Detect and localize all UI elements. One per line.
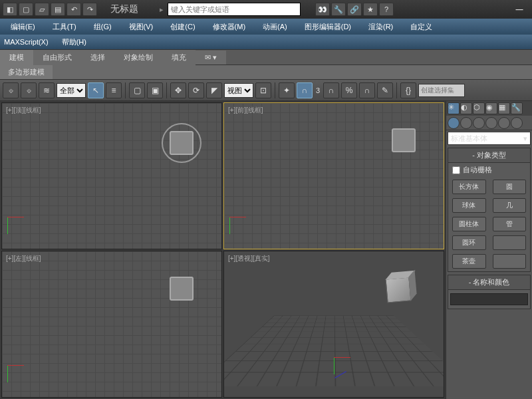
select-name-icon[interactable]: ≡ — [106, 82, 122, 98]
menu-edit[interactable]: 编辑(E) — [4, 21, 42, 33]
menu-render[interactable]: 渲染(R) — [362, 21, 400, 33]
tab-modeling[interactable]: 建模 — [0, 50, 33, 65]
utility-tab-icon[interactable]: 🔧 — [511, 102, 523, 114]
selection-set-input[interactable] — [418, 84, 465, 97]
window-cross-icon[interactable]: ▣ — [147, 82, 163, 98]
binoculars-icon[interactable]: 👀 — [315, 3, 330, 16]
cone-button[interactable]: 圆 — [493, 180, 527, 194]
name-color-rollout: - 名称和颜色 — [448, 275, 531, 309]
autogrid-checkbox[interactable] — [452, 166, 460, 174]
rollout-toggle[interactable]: - — [472, 151, 475, 159]
new-icon[interactable]: ▢ — [19, 3, 33, 16]
star-icon[interactable]: ★ — [363, 3, 378, 16]
tab-select[interactable]: 选择 — [81, 50, 114, 65]
tab-objpaint[interactable]: 对象绘制 — [114, 50, 162, 65]
undo-icon[interactable]: ↶ — [66, 3, 81, 16]
teapot-button[interactable]: 茶壶 — [452, 254, 486, 269]
shapes-icon[interactable] — [460, 117, 472, 129]
axis-gizmo-icon — [7, 365, 34, 392]
viewport-left-label: [+][左][线框] — [6, 254, 41, 263]
menu-group[interactable]: 组(G) — [87, 21, 118, 33]
scale-tool-icon[interactable]: ◤ — [206, 82, 222, 98]
menu-bar: 编辑(E) 工具(T) 组(G) 视图(V) 创建(C) 修改器(M) 动画(A… — [0, 19, 532, 35]
search-input[interactable] — [168, 3, 301, 16]
pyramid-button[interactable] — [493, 235, 527, 250]
bind-tool-icon[interactable]: ≋ — [39, 82, 55, 98]
menu-maxscript[interactable]: MAXScript(X) — [4, 38, 49, 46]
sphere-button[interactable]: 球体 — [452, 198, 486, 213]
named-set-icon[interactable]: {} — [400, 82, 416, 98]
plane-button[interactable] — [493, 254, 527, 269]
menu-graph[interactable]: 图形编辑器(D) — [298, 21, 358, 33]
tab-mail-icon[interactable]: ✉ ▾ — [196, 51, 226, 65]
save-icon[interactable]: ▤ — [51, 3, 65, 16]
tab-freeform[interactable]: 自由形式 — [33, 50, 81, 65]
edit-set-icon[interactable]: ✎ — [377, 82, 393, 98]
rollout-toggle[interactable]: - — [469, 278, 471, 286]
viewport-top[interactable]: [+][顶][线框] — [1, 102, 222, 249]
wrench-icon[interactable]: 🔧 — [331, 3, 346, 16]
viewport-front-label: [+][前][线框] — [228, 106, 263, 115]
viewport-front[interactable]: [+][前][线框] — [223, 102, 444, 249]
minimize-button[interactable]: — — [509, 3, 529, 16]
spinner-snap-icon[interactable]: ∩ — [359, 82, 375, 98]
menu-help[interactable]: 帮助(H) — [62, 37, 86, 47]
rect-select-icon[interactable]: ▢ — [129, 82, 145, 98]
menu-view[interactable]: 视图(V) — [122, 21, 160, 33]
axis-gizmo-icon — [7, 217, 34, 243]
viewport-perspective[interactable]: [+][透视][真实] — [223, 251, 444, 398]
select-tool-icon[interactable]: ↖ — [88, 82, 104, 98]
unlink-tool-icon[interactable]: ⟐ — [21, 82, 37, 98]
subtab-polymodel[interactable]: 多边形建模 — [0, 65, 53, 79]
motion-tab-icon[interactable]: ◉ — [485, 102, 497, 114]
lights-icon[interactable] — [473, 117, 485, 129]
viewcube-icon[interactable] — [170, 277, 194, 301]
help-icon[interactable]: ? — [379, 3, 394, 16]
cameras-icon[interactable] — [485, 117, 497, 129]
pivot-icon[interactable]: ⊡ — [255, 82, 271, 98]
axis-gizmo-icon — [334, 357, 360, 384]
ribbon-subtabs: 多边形建模 — [0, 65, 532, 80]
viewcube-icon[interactable] — [385, 277, 411, 303]
title-bar: ◧ ▢ ▱ ▤ ↶ ↷ 无标题 ▸ 👀 🔧 🔗 ★ ? — — [0, 0, 532, 19]
helpers-icon[interactable] — [498, 117, 510, 129]
geosphere-button[interactable]: 几 — [493, 198, 527, 213]
primitive-type-select[interactable]: 标准基本体 ▾ — [448, 132, 531, 145]
menu-tools[interactable]: 工具(T) — [46, 21, 83, 33]
angle-snap-icon[interactable]: ∩ — [323, 82, 339, 98]
snap-toggle-icon[interactable]: ∩ — [297, 82, 313, 98]
viewcube-icon[interactable] — [392, 128, 416, 152]
percent-snap-icon[interactable]: % — [341, 82, 357, 98]
viewport-left[interactable]: [+][左][线框] — [1, 251, 222, 398]
open-icon[interactable]: ▱ — [35, 3, 49, 16]
link-tool-icon[interactable]: ⟐ — [3, 82, 19, 98]
snap-label: 3 — [316, 86, 320, 94]
cylinder-button[interactable]: 圆柱体 — [452, 217, 486, 231]
box-button[interactable]: 长方体 — [452, 180, 486, 194]
manip-icon[interactable]: ✦ — [279, 82, 295, 98]
tube-button[interactable]: 管 — [493, 217, 527, 231]
hierarchy-tab-icon[interactable]: ⬡ — [473, 102, 485, 114]
rotate-tool-icon[interactable]: ⟳ — [188, 82, 204, 98]
menu-custom[interactable]: 自定义 — [404, 21, 439, 33]
redo-icon[interactable]: ↷ — [82, 3, 97, 16]
geometry-icon[interactable] — [448, 117, 460, 129]
menu-create[interactable]: 创建(C) — [164, 21, 201, 33]
create-tab-icon[interactable]: ✳ — [448, 102, 460, 114]
modify-tab-icon[interactable]: ◐ — [460, 102, 472, 114]
object-name-input[interactable] — [450, 293, 528, 305]
tab-fill[interactable]: 填充 — [162, 50, 196, 65]
app-menu-icon[interactable]: ◧ — [3, 3, 17, 16]
space-warps-icon[interactable] — [511, 117, 523, 129]
link-icon[interactable]: 🔗 — [347, 3, 362, 16]
viewcube-icon[interactable] — [170, 131, 194, 155]
viewport-persp-label: [+][透视][真实] — [228, 254, 270, 263]
torus-button[interactable]: 圆环 — [452, 235, 486, 250]
command-tabs: ✳ ◐ ⬡ ◉ ▦ 🔧 — [446, 101, 532, 116]
display-tab-icon[interactable]: ▦ — [498, 102, 510, 114]
ref-coord-select[interactable]: 视图 — [224, 83, 253, 98]
menu-anim[interactable]: 动画(A) — [256, 21, 294, 33]
selection-filter-select[interactable]: 全部 — [57, 83, 86, 98]
move-tool-icon[interactable]: ✥ — [170, 82, 186, 98]
menu-modifier[interactable]: 修改器(M) — [206, 21, 253, 33]
